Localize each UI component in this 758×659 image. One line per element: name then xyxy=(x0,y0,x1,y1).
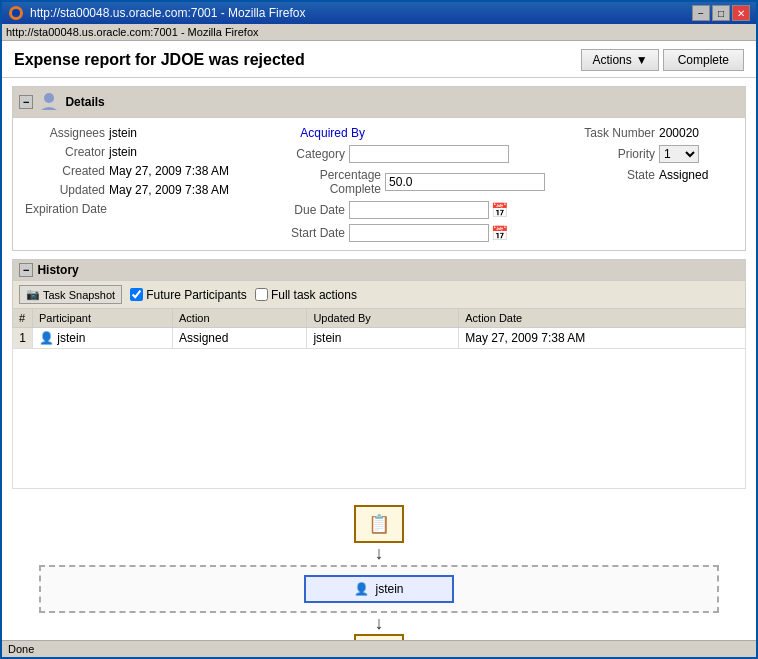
updated-value: May 27, 2009 7:38 AM xyxy=(109,183,229,197)
created-label: Created xyxy=(25,164,105,178)
flow-dashed-box: 👤 jstein xyxy=(39,565,719,613)
priority-select[interactable]: 1 2 3 xyxy=(659,145,699,163)
snapshot-icon: 📷 xyxy=(26,288,40,301)
percentage-input[interactable] xyxy=(385,173,545,191)
col-action: Action xyxy=(173,309,307,328)
snapshot-button[interactable]: 📷 Task Snapshot xyxy=(19,285,122,304)
percentage-row: Percentage Complete xyxy=(265,168,545,196)
assignees-label: Assignees xyxy=(25,126,105,140)
participant-user-icon: 👤 xyxy=(39,331,54,345)
titlebar-left: http://sta00048.us.oracle.com:7001 - Moz… xyxy=(8,5,305,21)
row-participant: 👤 jstein xyxy=(33,328,173,349)
expiration-row: Expiration Date xyxy=(25,202,255,216)
maximize-button[interactable]: □ xyxy=(712,5,730,21)
history-section: − History 📷 Task Snapshot Future Partici… xyxy=(12,259,746,489)
row-action: Assigned xyxy=(173,328,307,349)
percentage-label: Percentage Complete xyxy=(265,168,381,196)
history-header: − History xyxy=(12,259,746,280)
start-date-row: Start Date 📅 xyxy=(265,224,545,242)
snapshot-label: Task Snapshot xyxy=(43,289,115,301)
actions-button[interactable]: Actions ▼ xyxy=(581,49,658,71)
task-number-row: Task Number 200020 xyxy=(565,126,733,140)
complete-button[interactable]: Complete xyxy=(663,49,744,71)
minimize-button[interactable]: − xyxy=(692,5,710,21)
future-participants-checkbox[interactable] xyxy=(130,288,143,301)
creator-row: Creator jstein xyxy=(25,145,255,159)
actions-dropdown-icon: ▼ xyxy=(636,53,648,67)
category-input[interactable] xyxy=(349,145,509,163)
close-button[interactable]: ✕ xyxy=(732,5,750,21)
history-table: # Participant Action Updated By Action D… xyxy=(12,308,746,489)
history-toggle[interactable]: − xyxy=(19,263,33,277)
window-title: http://sta00048.us.oracle.com:7001 - Moz… xyxy=(30,6,305,20)
details-left-col: Assignees jstein Creator jstein Created … xyxy=(25,126,255,242)
details-middle-col: Acquired By Category Percentage Complete… xyxy=(265,126,545,242)
details-label: Details xyxy=(65,95,104,109)
start-date-input[interactable] xyxy=(349,224,489,242)
task-number-value: 200020 xyxy=(659,126,699,140)
start-date-calendar-icon[interactable]: 📅 xyxy=(491,225,508,241)
flow-user-box: 👤 jstein xyxy=(304,575,454,603)
flow-arrow-1: ↓ xyxy=(375,543,384,565)
header-actions: Actions ▼ Complete xyxy=(581,49,744,71)
state-label: State xyxy=(565,168,655,182)
history-label: History xyxy=(37,263,78,277)
table-row: 1 👤 jstein Assigned jstein May 27, 2009 … xyxy=(13,328,746,349)
details-header: − Details xyxy=(13,87,745,118)
flow-user-icon: 👤 xyxy=(354,582,369,596)
due-date-row: Due Date 📅 xyxy=(265,201,545,219)
details-section: − Details Assignees jstein Creator jste xyxy=(12,86,746,251)
actions-label: Actions xyxy=(592,53,631,67)
task-number-label: Task Number xyxy=(565,126,655,140)
status-text: Done xyxy=(8,643,34,655)
assignees-value: jstein xyxy=(109,126,137,140)
col-participant: Participant xyxy=(33,309,173,328)
expiration-label: Expiration Date xyxy=(25,202,107,216)
svg-point-1 xyxy=(12,9,20,17)
titlebar-controls: − □ ✕ xyxy=(692,5,750,21)
updated-label: Updated xyxy=(25,183,105,197)
creator-label: Creator xyxy=(25,145,105,159)
history-table-header-row: # Participant Action Updated By Action D… xyxy=(13,309,746,328)
participant-name: jstein xyxy=(57,331,85,345)
addressbar: http://sta00048.us.oracle.com:7001 - Moz… xyxy=(2,24,756,41)
state-value: Assigned xyxy=(659,168,708,182)
full-task-actions-checkbox[interactable] xyxy=(255,288,268,301)
full-task-actions-text: Full task actions xyxy=(271,288,357,302)
due-date-input[interactable] xyxy=(349,201,489,219)
creator-value: jstein xyxy=(109,145,137,159)
future-participants-label[interactable]: Future Participants xyxy=(130,288,247,302)
due-date-field: 📅 xyxy=(349,201,508,219)
start-date-field: 📅 xyxy=(349,224,508,242)
start-date-label: Start Date xyxy=(265,226,345,240)
page-title: Expense report for JDOE was rejected xyxy=(14,51,305,69)
flow-user-name: jstein xyxy=(375,582,403,596)
created-row: Created May 27, 2009 7:38 AM xyxy=(25,164,255,178)
due-date-calendar-icon[interactable]: 📅 xyxy=(491,202,508,218)
page-header: Expense report for JDOE was rejected Act… xyxy=(2,41,756,78)
flow-arrow-2: ↓ xyxy=(375,613,384,635)
col-updated-by: Updated By xyxy=(307,309,459,328)
details-right-col: Task Number 200020 Priority 1 2 3 State xyxy=(555,126,733,242)
col-num: # xyxy=(13,309,33,328)
assignees-row: Assignees jstein xyxy=(25,126,255,140)
person-icon xyxy=(37,90,61,114)
due-date-label: Due Date xyxy=(265,203,345,217)
svg-point-2 xyxy=(44,93,54,103)
browser-window: http://sta00048.us.oracle.com:7001 - Moz… xyxy=(0,0,758,659)
flow-clipboard-icon: 📋 xyxy=(368,513,390,535)
full-task-actions-label[interactable]: Full task actions xyxy=(255,288,357,302)
category-label: Category xyxy=(265,147,345,161)
statusbar: Done xyxy=(2,640,756,657)
titlebar: http://sta00048.us.oracle.com:7001 - Moz… xyxy=(2,2,756,24)
details-toggle[interactable]: − xyxy=(19,95,33,109)
created-value: May 27, 2009 7:38 AM xyxy=(109,164,229,178)
acquired-row: Acquired By xyxy=(265,126,545,140)
priority-label: Priority xyxy=(565,147,655,161)
row-num: 1 xyxy=(13,328,33,349)
url-text: http://sta00048.us.oracle.com:7001 - Moz… xyxy=(6,26,259,38)
row-updated-by: jstein xyxy=(307,328,459,349)
main-content: − Details Assignees jstein Creator jste xyxy=(2,78,756,640)
priority-row: Priority 1 2 3 xyxy=(565,145,733,163)
updated-row: Updated May 27, 2009 7:38 AM xyxy=(25,183,255,197)
